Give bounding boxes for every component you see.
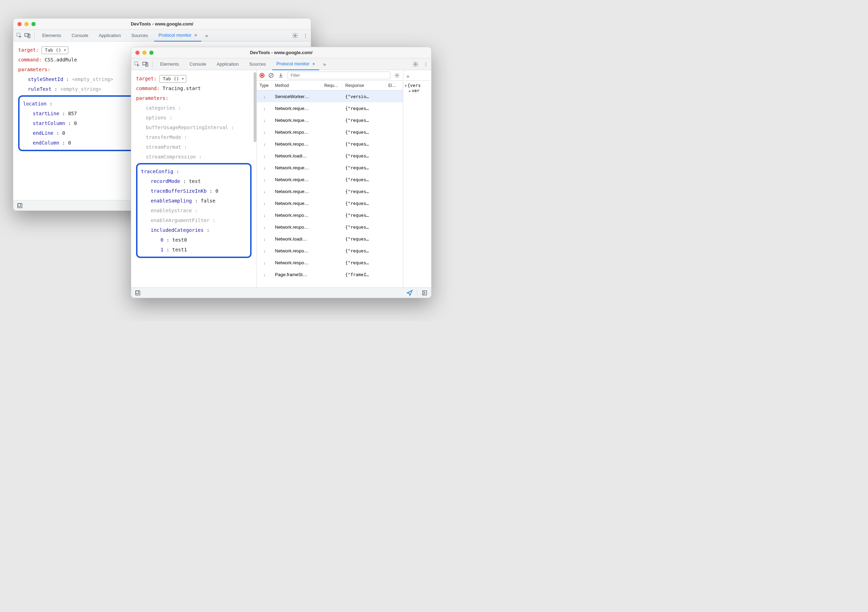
param-name[interactable]: bufferUsageReportingInterval (146, 125, 228, 130)
tab-sources[interactable]: Sources (245, 58, 270, 70)
param-name[interactable]: location (23, 101, 46, 107)
param-name[interactable]: enableArgumentFilter (151, 217, 210, 223)
param-value[interactable]: test (189, 179, 201, 184)
table-row[interactable]: ↓Network.reque…{"reques… (257, 174, 403, 185)
param-name[interactable]: enableSampling (151, 198, 192, 203)
tree-row[interactable]: ▼{vers (405, 83, 430, 88)
table-row[interactable]: ↓Network.respo…{"reques… (257, 221, 403, 233)
param-name[interactable]: styleSheetId (28, 76, 63, 82)
tab-elements[interactable]: Elements (38, 30, 65, 42)
param-name[interactable]: traceBufferSizeInKb (151, 188, 206, 194)
target-select[interactable]: Tab () (42, 47, 68, 54)
array-index[interactable]: 1 (161, 247, 163, 252)
table-row[interactable]: ↓Network.reque…{"reques… (257, 185, 403, 197)
param-value[interactable]: 857 (68, 111, 77, 116)
drawer-icon[interactable] (135, 290, 141, 296)
target-select[interactable]: Tab () (160, 75, 186, 83)
close-icon[interactable]: × (312, 61, 315, 67)
gear-icon[interactable] (394, 72, 400, 79)
param-name[interactable]: endColumn (33, 140, 59, 146)
param-name[interactable]: endLine (33, 130, 53, 136)
tab-application[interactable]: Application (95, 30, 125, 42)
param-value[interactable]: <empty_string> (72, 76, 113, 82)
close-dot[interactable] (17, 22, 22, 26)
param-name[interactable]: includedCategories (151, 227, 204, 233)
drawer-icon[interactable] (17, 202, 23, 209)
param-value[interactable]: 0 (62, 130, 65, 136)
inspect-icon[interactable] (134, 61, 140, 67)
table-row[interactable]: ↓Network.respo…{"reques… (257, 138, 403, 150)
col-elapsed[interactable]: El… (386, 83, 403, 88)
kebab-icon[interactable]: ⋮ (302, 33, 308, 39)
record-icon[interactable] (260, 73, 265, 78)
col-type[interactable]: Type (257, 83, 272, 88)
titlebar[interactable]: DevTools - www.google.com/ (13, 19, 311, 30)
tab-protocol-monitor[interactable]: Protocol monitor × (154, 30, 201, 42)
panel-toggle-icon[interactable] (422, 290, 428, 296)
param-value[interactable]: <empty_string> (60, 86, 102, 92)
close-icon[interactable]: × (194, 33, 197, 38)
param-value[interactable]: 0 (68, 140, 71, 146)
command-value[interactable]: Tracing.start (163, 85, 201, 91)
save-icon[interactable] (278, 72, 284, 79)
clear-icon[interactable] (268, 72, 274, 79)
col-request[interactable]: Requ… (321, 83, 342, 88)
table-row[interactable]: ↓Network.reque…{"reques… (257, 197, 403, 209)
table-row[interactable]: ↓Network.respo…{"reques… (257, 256, 403, 269)
table-row[interactable]: ↓Network.loadi…{"reques… (257, 150, 403, 162)
more-tabs-icon[interactable] (405, 73, 411, 79)
param-name[interactable]: recordMode (151, 179, 180, 184)
send-icon[interactable] (406, 290, 413, 296)
param-name[interactable]: categories (146, 105, 175, 111)
param-name[interactable]: streamFormat (146, 144, 181, 150)
table-row[interactable]: ↓Network.reque…{"reques… (257, 114, 403, 126)
tab-sources[interactable]: Sources (127, 30, 152, 42)
param-name[interactable]: traceConfig (141, 169, 174, 174)
col-response[interactable]: Response (342, 83, 386, 88)
table-row[interactable]: ↓Network.reque…{"reques… (257, 102, 403, 114)
tab-elements[interactable]: Elements (156, 58, 183, 70)
titlebar[interactable]: DevTools - www.google.com/ (131, 47, 431, 58)
kebab-icon[interactable]: ⋮ (422, 61, 428, 67)
array-value[interactable]: test0 (172, 237, 187, 242)
param-name[interactable]: streamCompression (146, 154, 196, 160)
scrollbar[interactable] (254, 72, 256, 142)
close-dot[interactable] (135, 51, 140, 55)
table-body[interactable]: ↓ServiceWorker…{"versio…↓Network.reque…{… (257, 90, 403, 287)
table-row[interactable]: ↓Network.reque…{"reques… (257, 162, 403, 174)
command-editor[interactable]: target: Tab () command: Tracing.start pa… (131, 70, 256, 265)
minimize-dot[interactable] (25, 22, 29, 26)
table-header[interactable]: Type Method Requ… Response El… (257, 81, 403, 90)
tab-console[interactable]: Console (185, 58, 210, 70)
table-row[interactable]: ↓Network.respo…{"reques… (257, 245, 403, 256)
inspect-icon[interactable] (16, 33, 22, 39)
table-row[interactable]: ↓Network.respo…{"reques… (257, 126, 403, 138)
zoom-dot[interactable] (31, 22, 36, 26)
param-name[interactable]: transferMode (146, 134, 181, 140)
param-name[interactable]: startLine (33, 111, 59, 116)
device-icon[interactable] (25, 33, 31, 39)
table-row[interactable]: ↓Network.loadi…{"reques… (257, 233, 403, 245)
traffic-lights[interactable] (135, 51, 153, 55)
param-value[interactable]: false (201, 198, 215, 203)
gear-icon[interactable] (412, 61, 418, 67)
more-tabs-icon[interactable] (321, 61, 328, 67)
param-name[interactable]: enableSystrace (151, 208, 192, 213)
device-icon[interactable] (143, 61, 149, 67)
param-name[interactable]: options (146, 115, 166, 120)
command-value[interactable]: CSS.addRule (45, 57, 77, 62)
param-value[interactable]: 0 (215, 188, 218, 194)
tab-application[interactable]: Application (212, 58, 243, 70)
array-index[interactable]: 0 (161, 237, 163, 242)
traffic-lights[interactable] (17, 22, 36, 26)
table-row[interactable]: ↓Page.frameSt…{"frameI… (257, 269, 403, 280)
minimize-dot[interactable] (143, 51, 147, 55)
filter-input[interactable]: Filter (287, 71, 391, 79)
more-tabs-icon[interactable] (203, 33, 210, 39)
tab-console[interactable]: Console (67, 30, 93, 42)
tree-row[interactable]: ▶ver (405, 88, 430, 93)
gear-icon[interactable] (292, 33, 298, 39)
param-name[interactable]: ruleText (28, 86, 51, 92)
col-method[interactable]: Method (272, 83, 321, 88)
param-name[interactable]: startColumn (33, 120, 65, 126)
